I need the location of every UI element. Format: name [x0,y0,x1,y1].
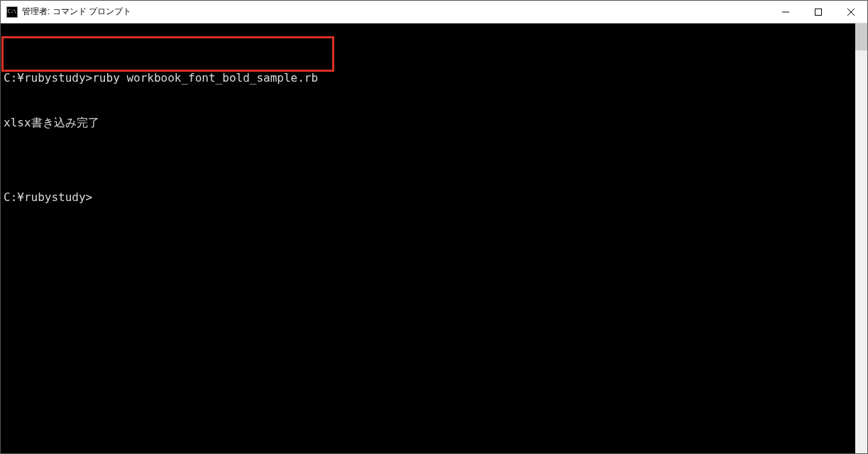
terminal-content[interactable]: C:¥rubystudy>ruby workbook_font_bold_sam… [1,23,855,453]
terminal-lines: C:¥rubystudy>ruby workbook_font_bold_sam… [4,40,318,234]
vertical-scrollbar[interactable] [855,23,867,453]
window-title: 管理者: コマンド プロンプト [22,6,131,18]
terminal-line: C:¥rubystudy>ruby workbook_font_bold_sam… [4,70,318,85]
minimize-icon [782,9,789,16]
terminal-line: C:¥rubystudy> [4,190,318,205]
maximize-icon [815,9,822,16]
close-button[interactable] [835,1,867,23]
window-controls [769,1,867,23]
terminal-area: C:¥rubystudy>ruby workbook_font_bold_sam… [1,23,867,453]
titlebar: C:\ 管理者: コマンド プロンプト [1,1,867,23]
maximize-button[interactable] [802,1,835,23]
minimize-button[interactable] [769,1,802,23]
terminal-line: xlsx書き込み完了 [4,115,318,130]
cmd-icon-glyph: C:\ [8,9,17,14]
cmd-icon: C:\ [6,6,18,18]
svg-rect-1 [815,9,822,15]
scrollbar-thumb[interactable] [855,23,867,50]
close-icon [847,9,855,16]
